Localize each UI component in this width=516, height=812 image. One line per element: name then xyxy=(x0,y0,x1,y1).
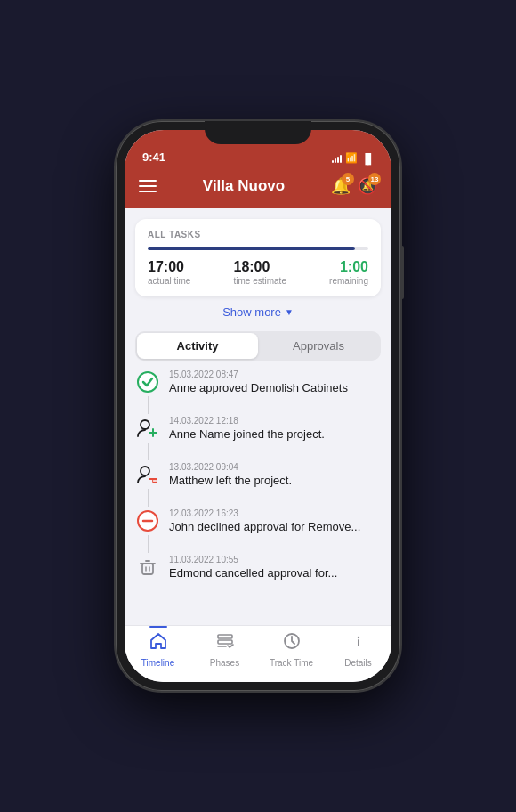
actual-time-value: 17:00 xyxy=(148,259,190,275)
tasks-card: ALL TASKS 17:00 actual time 18:00 time e… xyxy=(135,219,381,296)
activity-connector-line xyxy=(148,535,149,553)
tab-activity[interactable]: Activity xyxy=(137,333,258,359)
clock-icon xyxy=(282,631,302,655)
remaining-time-item: 1:00 remaining xyxy=(329,259,368,286)
list-item: 14.03.2022 12:18 Anne Name joined the pr… xyxy=(135,416,381,462)
notif-badge-1: 5 xyxy=(342,173,354,185)
activity-text: Edmond cancelled approval for... xyxy=(169,566,381,581)
header-icons: 🔔 5 🔕 13 xyxy=(331,176,377,196)
list-item: 11.03.2022 10:55 Edmond cancelled approv… xyxy=(135,555,381,594)
activity-icon-column xyxy=(135,416,160,462)
activity-tabs: Activity Approvals xyxy=(135,331,381,361)
remaining-time-label: remaining xyxy=(329,276,368,286)
remaining-time-value: 1:00 xyxy=(329,259,368,275)
svg-point-1 xyxy=(141,420,149,429)
estimate-time-value: 18:00 xyxy=(233,259,286,275)
activity-content: 12.03.2022 16:23 John declined approval … xyxy=(169,508,381,548)
status-time: 9:41 xyxy=(142,150,165,164)
activity-icon-column xyxy=(135,555,160,580)
estimate-time-item: 18:00 time estimate xyxy=(233,259,286,286)
home-icon xyxy=(149,631,168,655)
activity-text: Matthew left the project. xyxy=(169,474,381,489)
activity-date: 13.03.2022 09:04 xyxy=(169,462,381,472)
user-plus-icon xyxy=(135,416,160,441)
nav-label-track-time: Track Time xyxy=(270,658,313,668)
nav-label-timeline: Timeline xyxy=(141,658,174,668)
activity-text: Anne approved Demolish Cabinets xyxy=(169,381,381,396)
activity-icon-column xyxy=(135,508,160,555)
minus-circle-icon xyxy=(135,508,160,533)
activity-text: John declined approval for Remove... xyxy=(169,520,381,535)
activity-content: 14.03.2022 12:18 Anne Name joined the pr… xyxy=(169,416,381,455)
main-content: ALL TASKS 17:00 actual time 18:00 time e… xyxy=(125,208,391,625)
svg-rect-15 xyxy=(218,635,232,638)
bottom-navigation: Timeline Phases xyxy=(125,625,391,682)
tasks-label: ALL TASKS xyxy=(148,230,368,240)
nav-item-timeline[interactable]: Timeline xyxy=(125,631,191,668)
nav-label-details: Details xyxy=(344,658,372,668)
info-icon xyxy=(349,631,368,655)
signal-bars-icon xyxy=(332,154,342,163)
nav-item-phases[interactable]: Phases xyxy=(191,631,258,668)
show-more-label: Show more xyxy=(222,305,281,319)
activity-content: 15.03.2022 08:47 Anne approved Demolish … xyxy=(169,369,381,409)
tab-approvals[interactable]: Approvals xyxy=(258,333,379,359)
activity-date: 15.03.2022 08:47 xyxy=(169,369,381,379)
notification-button-1[interactable]: 🔔 5 xyxy=(331,176,351,196)
activity-date: 14.03.2022 12:18 xyxy=(169,416,381,426)
activity-text: Anne Name joined the project. xyxy=(169,427,381,443)
chevron-down-icon: ▼ xyxy=(285,307,294,317)
nav-item-track-time[interactable]: Track Time xyxy=(258,631,325,668)
status-icons: 📶 ▐▌ xyxy=(332,152,374,164)
activity-date: 12.03.2022 16:23 xyxy=(169,508,381,518)
nav-item-details[interactable]: Details xyxy=(325,631,391,668)
estimate-time-label: time estimate xyxy=(233,276,286,286)
list-item: 15.03.2022 08:47 Anne approved Demolish … xyxy=(135,369,381,416)
nav-label-phases: Phases xyxy=(210,658,239,668)
actual-time-label: actual time xyxy=(148,276,190,286)
menu-button[interactable] xyxy=(139,180,157,192)
page-title: Villa Nuovo xyxy=(203,177,285,195)
activity-icon-column xyxy=(135,462,160,508)
trash-icon xyxy=(135,555,160,580)
show-more-button[interactable]: Show more ▼ xyxy=(125,296,391,322)
activity-connector-line xyxy=(148,489,149,507)
progress-bar-background xyxy=(148,247,368,250)
activity-list: 15.03.2022 08:47 Anne approved Demolish … xyxy=(125,361,391,603)
activity-connector-line xyxy=(148,443,149,460)
app-header: Villa Nuovo 🔔 5 🔕 13 xyxy=(125,169,391,208)
wifi-icon: 📶 xyxy=(345,152,358,164)
svg-point-0 xyxy=(138,372,157,392)
notification-button-2[interactable]: 🔕 13 xyxy=(358,176,377,196)
time-stats-row: 17:00 actual time 18:00 time estimate 1:… xyxy=(148,259,368,286)
svg-point-4 xyxy=(141,467,149,475)
check-circle-icon xyxy=(135,369,160,394)
actual-time-item: 17:00 actual time xyxy=(148,259,190,286)
svg-rect-10 xyxy=(142,564,153,574)
battery-icon: ▐▌ xyxy=(361,153,374,164)
active-indicator xyxy=(149,626,167,628)
list-item: 12.03.2022 16:23 John declined approval … xyxy=(135,508,381,555)
activity-icon-column xyxy=(135,369,160,416)
progress-bar-fill xyxy=(148,247,355,250)
activity-connector-line xyxy=(148,396,149,414)
activity-content: 13.03.2022 09:04 Matthew left the projec… xyxy=(169,462,381,501)
list-check-icon xyxy=(215,631,235,655)
svg-point-20 xyxy=(357,637,359,638)
activity-content: 11.03.2022 10:55 Edmond cancelled approv… xyxy=(169,555,381,594)
notif-badge-2: 13 xyxy=(368,173,381,185)
user-minus-icon xyxy=(135,462,160,487)
activity-date: 11.03.2022 10:55 xyxy=(169,555,381,564)
svg-rect-16 xyxy=(218,640,232,644)
list-item: 13.03.2022 09:04 Matthew left the projec… xyxy=(135,462,381,508)
